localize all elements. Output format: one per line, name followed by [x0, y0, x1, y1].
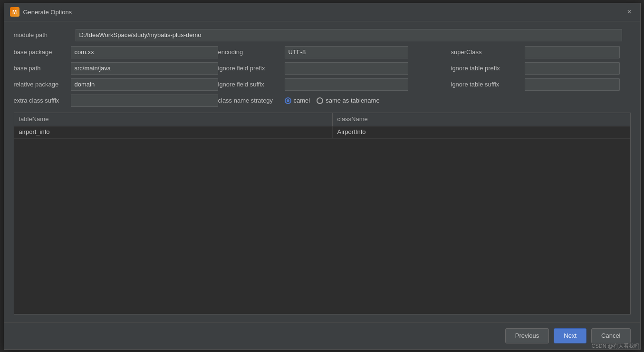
col-ignore-field-suffix: ignore field suffix	[218, 78, 451, 91]
next-button[interactable]: Next	[554, 328, 586, 343]
base-path-label: base path	[14, 65, 71, 72]
module-path-label: module path	[14, 31, 76, 38]
col-base-path: base path	[14, 62, 218, 75]
super-class-label: superClass	[451, 48, 525, 56]
encoding-label: encoding	[218, 48, 285, 56]
radio-same-circle[interactable]	[317, 97, 323, 104]
row-base-path: base path ignore field prefix ignore tab…	[14, 62, 631, 75]
col-ignore-table-suffix: ignore table suffix	[451, 78, 631, 91]
ignore-table-prefix-input[interactable]	[525, 62, 620, 75]
extra-class-suffix-input[interactable]	[71, 95, 218, 107]
col-header-classname: className	[333, 113, 630, 126]
table-cell-classname: AirportInfo	[333, 126, 630, 138]
table-area: tableName className airport_infoAirportI…	[14, 113, 631, 314]
col-relative-package: relative package	[14, 78, 218, 91]
close-button[interactable]: ×	[624, 7, 634, 17]
module-path-row: module path	[14, 29, 631, 41]
title-bar: M Generate Options ×	[4, 3, 640, 21]
class-name-strategy-radio-group: camel same as tablename	[285, 97, 380, 104]
base-package-input[interactable]	[71, 46, 218, 58]
dialog-title: Generate Options	[23, 9, 72, 16]
ignore-field-prefix-label: ignore field prefix	[218, 65, 285, 72]
col-ignore-table-prefix: ignore table prefix	[451, 62, 631, 75]
col-ignore-field-prefix: ignore field prefix	[218, 62, 451, 75]
dialog-content: module path base package encoding superC…	[4, 21, 640, 322]
previous-button[interactable]: Previous	[505, 328, 549, 343]
title-bar-left: M Generate Options	[10, 7, 72, 17]
class-name-strategy-label: class name strategy	[218, 97, 285, 104]
ignore-table-suffix-label: ignore table suffix	[451, 81, 525, 88]
generate-options-dialog: M Generate Options × module path base pa…	[4, 3, 641, 350]
cancel-button[interactable]: Cancel	[591, 328, 630, 343]
module-path-input[interactable]	[76, 29, 622, 41]
table-body: airport_infoAirportInfo	[14, 126, 630, 314]
ignore-field-suffix-label: ignore field suffix	[218, 81, 285, 88]
ignore-field-prefix-input[interactable]	[285, 62, 408, 75]
base-path-input[interactable]	[71, 62, 218, 75]
table-row[interactable]: airport_infoAirportInfo	[14, 126, 630, 139]
row-base-package: base package encoding superClass	[14, 46, 631, 58]
radio-camel[interactable]: camel	[285, 97, 310, 104]
watermark: CSDN @有人看我吗	[592, 342, 639, 350]
col-super-class: superClass	[451, 46, 631, 58]
super-class-input[interactable]	[525, 46, 620, 58]
radio-camel-label: camel	[294, 97, 310, 104]
radio-camel-circle[interactable]	[285, 97, 291, 104]
table-header: tableName className	[14, 113, 630, 126]
extra-class-suffix-label: extra class suffix	[14, 97, 71, 104]
radio-same-label: same as tablename	[326, 97, 379, 104]
relative-package-label: relative package	[14, 81, 71, 88]
ignore-table-suffix-input[interactable]	[525, 78, 620, 91]
ignore-table-prefix-label: ignore table prefix	[451, 65, 525, 72]
row-extra-class: extra class suffix class name strategy c…	[14, 95, 631, 107]
form-rows: base package encoding superClass base pa…	[14, 46, 631, 107]
footer: Previous Next Cancel	[4, 322, 640, 349]
col-header-tablename: tableName	[14, 113, 333, 126]
col-encoding: encoding	[218, 46, 451, 58]
row-relative-package: relative package ignore field suffix ign…	[14, 78, 631, 91]
col-base-package: base package	[14, 46, 218, 58]
radio-same-as-tablename[interactable]: same as tablename	[317, 97, 379, 104]
table-cell-tablename: airport_info	[14, 126, 333, 138]
encoding-input[interactable]	[285, 46, 408, 58]
base-package-label: base package	[14, 48, 71, 56]
col-extra-class-suffix: extra class suffix	[14, 95, 218, 107]
relative-package-input[interactable]	[71, 78, 218, 91]
app-icon: M	[10, 7, 19, 17]
col-class-name-strategy: class name strategy camel same as tablen…	[218, 97, 451, 104]
ignore-field-suffix-input[interactable]	[285, 78, 408, 91]
